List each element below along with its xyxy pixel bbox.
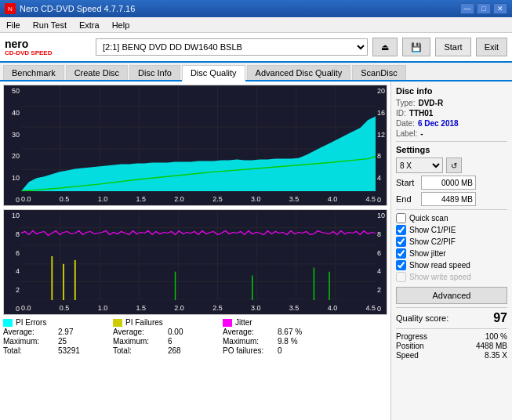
pi-failures-max-val: 6 <box>168 337 207 346</box>
pi-failures-total-label: Total: <box>113 346 168 355</box>
show-write-speed-row: Show write speed <box>396 272 507 282</box>
disc-date-key: Date: <box>396 119 415 128</box>
end-input[interactable] <box>421 192 476 206</box>
disc-type-val: DVD-R <box>418 99 443 107</box>
upper-chart-inner <box>21 85 376 191</box>
progress-row: Progress 100 % <box>396 332 507 341</box>
nero-logo-text: nero <box>5 38 28 49</box>
show-read-speed-row: Show read speed <box>396 260 507 270</box>
app-icon: N <box>5 3 16 14</box>
upper-chart: 50 40 30 20 10 0 20 16 12 8 4 0 <box>3 85 387 206</box>
disc-type-key: Type: <box>396 99 415 107</box>
nero-logo-subtitle: CD-DVD SPEED <box>5 49 52 56</box>
main-content: 50 40 30 20 10 0 20 16 12 8 4 0 <box>0 81 512 420</box>
show-c1pie-label: Show C1/PIE <box>409 226 456 234</box>
advanced-button[interactable]: Advanced <box>396 287 507 304</box>
start-label: Start <box>396 178 418 187</box>
menu-extra[interactable]: Extra <box>73 19 106 31</box>
refresh-button[interactable]: ↺ <box>446 158 462 173</box>
lower-x-labels: 0.0 0.5 1.0 1.5 2.0 2.5 3.0 3.5 4.0 4.5 <box>21 302 376 314</box>
show-jitter-row: Show jitter <box>396 248 507 259</box>
disc-label-val: - <box>420 129 423 138</box>
lower-chart-inner <box>21 210 376 300</box>
divider-2 <box>396 209 507 210</box>
pi-failures-group: PI Failures Average: 0.00 Maximum: 6 Tot… <box>113 318 207 355</box>
save-button[interactable]: 💾 <box>402 38 430 56</box>
show-jitter-check[interactable] <box>396 248 406 259</box>
jitter-color <box>223 319 232 327</box>
tab-benchmark[interactable]: Benchmark <box>3 65 64 80</box>
pi-failures-total-val: 268 <box>168 346 207 355</box>
show-c1pie-check[interactable] <box>396 225 406 235</box>
chart-area: 50 40 30 20 10 0 20 16 12 8 4 0 <box>0 81 390 420</box>
start-button[interactable]: Start <box>435 38 470 56</box>
jitter-po-label: PO failures: <box>223 346 278 355</box>
divider-4 <box>396 328 507 329</box>
toolbar: nero CD-DVD SPEED [2:1] BENQ DVD DD DW16… <box>0 33 512 63</box>
speed-val: 8.35 X <box>485 351 507 360</box>
tab-disc-info[interactable]: Disc Info <box>129 65 180 80</box>
tab-advanced-disc-quality[interactable]: Advanced Disc Quality <box>247 65 351 80</box>
show-read-speed-check[interactable] <box>396 260 406 270</box>
nero-logo: nero CD-DVD SPEED <box>5 35 91 59</box>
disc-info-title: Disc info <box>396 86 507 96</box>
show-write-speed-check[interactable] <box>396 272 406 282</box>
upper-x-labels: 0.0 0.5 1.0 1.5 2.0 2.5 3.0 3.5 4.0 4.5 <box>21 193 376 205</box>
jitter-label: Jitter <box>235 318 252 327</box>
minimize-button[interactable]: — <box>460 3 474 14</box>
speed-row: 8 X ↺ <box>396 158 507 173</box>
menu-run-test[interactable]: Run Test <box>27 19 73 31</box>
quality-row: Quality score: 97 <box>396 311 507 325</box>
pi-failures-avg-label: Average: <box>113 328 168 336</box>
quick-scan-label: Quick scan <box>409 214 448 223</box>
disc-label-key: Label: <box>396 129 417 138</box>
position-label: Position <box>396 342 424 350</box>
menu-help[interactable]: Help <box>106 19 136 31</box>
progress-val: 100 % <box>485 332 507 341</box>
end-label: End <box>396 194 418 204</box>
position-row: Position 4488 MB <box>396 342 507 350</box>
show-c2pif-label: Show C2/PIF <box>409 237 456 246</box>
menu-file[interactable]: File <box>0 19 27 31</box>
jitter-max-val: 9.8 % <box>278 337 317 346</box>
drive-selector[interactable]: [2:1] BENQ DVD DD DW1640 BSLB <box>96 38 368 56</box>
disc-label-row: Label: - <box>396 129 507 138</box>
exit-button[interactable]: Exit <box>476 38 507 56</box>
speed-select[interactable]: 8 X <box>396 158 443 173</box>
pi-errors-color <box>3 319 13 327</box>
tab-create-disc[interactable]: Create Disc <box>66 65 128 80</box>
jitter-max-label: Maximum: <box>223 337 278 346</box>
show-c2pif-check[interactable] <box>396 237 406 247</box>
eject-button[interactable]: ⏏ <box>372 38 398 56</box>
close-button[interactable]: ✕ <box>493 3 507 14</box>
divider-3 <box>396 307 507 308</box>
start-input[interactable] <box>421 176 476 190</box>
tab-scandisc[interactable]: ScanDisc <box>352 65 405 80</box>
upper-y-labels-left: 50 40 30 20 10 0 <box>4 85 21 205</box>
stats-bar: PI Errors Average: 2.97 Maximum: 25 Tota… <box>3 318 387 355</box>
jitter-po-val: 0 <box>278 346 317 355</box>
quick-scan-check[interactable] <box>396 213 406 223</box>
settings-title: Settings <box>396 145 507 154</box>
position-val: 4488 MB <box>476 342 507 350</box>
tab-disc-quality[interactable]: Disc Quality <box>182 65 245 81</box>
disc-id-row: ID: TTH01 <box>396 109 507 118</box>
show-write-speed-label: Show write speed <box>409 273 471 281</box>
quality-label: Quality score: <box>396 313 448 323</box>
end-row: End <box>396 192 507 206</box>
svg-marker-14 <box>21 116 376 191</box>
pi-failures-color <box>113 319 122 327</box>
show-read-speed-label: Show read speed <box>409 261 470 270</box>
disc-type-row: Type: DVD-R <box>396 99 507 107</box>
divider-1 <box>396 141 507 142</box>
pi-errors-group: PI Errors Average: 2.97 Maximum: 25 Tota… <box>3 318 97 355</box>
pi-errors-total-label: Total: <box>3 346 58 355</box>
quick-scan-row: Quick scan <box>396 213 507 223</box>
pi-errors-max-val: 25 <box>58 337 97 346</box>
maximize-button[interactable]: □ <box>477 3 491 14</box>
disc-id-val: TTH01 <box>409 109 434 118</box>
disc-date-row: Date: 6 Dec 2018 <box>396 119 507 128</box>
pi-errors-max-label: Maximum: <box>3 337 58 346</box>
pi-failures-label: PI Failures <box>125 318 163 327</box>
right-panel: Disc info Type: DVD-R ID: TTH01 Date: 6 … <box>390 81 512 420</box>
